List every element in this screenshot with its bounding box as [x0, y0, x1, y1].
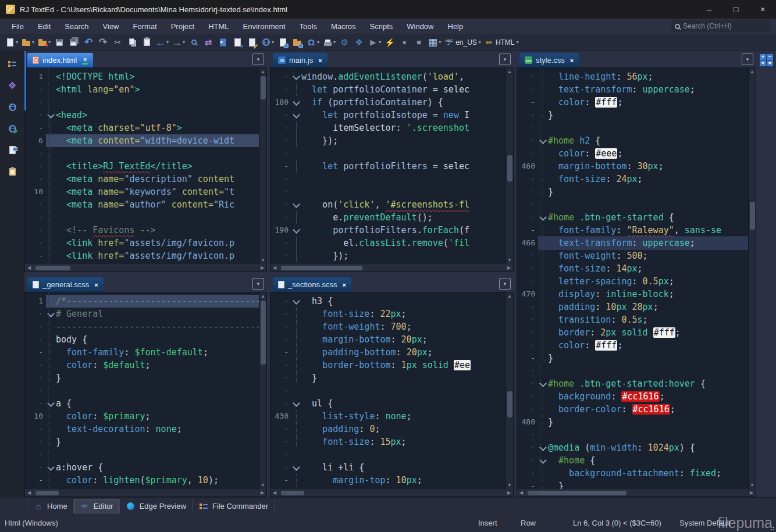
open-favorites-button[interactable]: ▾	[36, 35, 52, 49]
tab-list-dropdown[interactable]: ▼	[742, 53, 753, 65]
ftp-sync-panel[interactable]	[2, 120, 23, 137]
code-line[interactable]: · letter-spacing: 0.5px;	[517, 275, 748, 288]
code-line[interactable]: ·a {	[25, 397, 259, 410]
code-line[interactable]: ·@media (min-width: 1024px) {	[517, 441, 748, 454]
tab-list-dropdown[interactable]: ▼	[499, 53, 511, 65]
scroll-up-icon[interactable]: ▲	[749, 69, 756, 74]
tab-list-dropdown[interactable]: ▼	[499, 278, 511, 290]
code-line[interactable]: · padding: 10px 28px;	[517, 301, 748, 313]
code-editor[interactable]: · line-height: 56px;· text-transform: up…	[517, 67, 756, 489]
scroll-thumb[interactable]	[35, 491, 59, 495]
save-button[interactable]	[52, 35, 66, 49]
dropdown-caret-icon[interactable]: ▾	[517, 40, 519, 45]
horizontal-scrollbar[interactable]: ◀ ▶	[24, 489, 267, 497]
web-panel[interactable]	[2, 99, 23, 115]
browser-preview-button[interactable]: ▾	[259, 35, 275, 49]
code-line[interactable]: · border-color: #cc1616;	[517, 403, 748, 416]
code-line[interactable]: -}	[517, 352, 748, 365]
scroll-thumb[interactable]	[261, 76, 266, 99]
code-line[interactable]: ·	[270, 185, 506, 198]
undo-button[interactable]: ↶	[81, 35, 95, 49]
code-line[interactable]: · border: 2px solid #fff;	[517, 326, 748, 339]
code-line[interactable]: 470 display: inline-block;	[517, 288, 748, 301]
vertical-scrollbar[interactable]: ▲ ▼	[259, 292, 266, 489]
code-line[interactable]: ·<head>	[25, 109, 259, 122]
code-line[interactable]: 6 <meta content="width=device-widt	[25, 134, 259, 147]
code-line[interactable]: · color: #fff;	[517, 339, 748, 352]
code-line[interactable]: ·	[25, 384, 259, 397]
code-line[interactable]: ·	[270, 173, 506, 185]
fold-collapse-icon[interactable]	[291, 109, 301, 122]
code-line[interactable]: 466 text-transform: uppercase;	[517, 237, 748, 249]
code-line[interactable]: ·#home h2 {	[517, 134, 748, 147]
menu-item-search[interactable]: Search	[58, 19, 95, 34]
scroll-thumb[interactable]	[281, 266, 362, 270]
layout-grid-button[interactable]: ▦▾	[426, 35, 442, 49]
code-line[interactable]: ·	[25, 147, 259, 160]
fold-collapse-icon[interactable]	[291, 198, 301, 211]
tab-index-html[interactable]: index.html ×	[27, 53, 93, 67]
syntax-mode-button[interactable]: ✏HTML▾	[483, 35, 520, 49]
menu-item-file[interactable]: File	[5, 19, 31, 34]
menu-item-tools[interactable]: Tools	[293, 19, 324, 34]
menu-item-project[interactable]: Project	[164, 19, 201, 34]
code-line[interactable]: · font-weight: 700;	[270, 320, 506, 333]
horizontal-scrollbar[interactable]: ◀ ▶	[517, 489, 756, 497]
code-line[interactable]: · <meta name="description" content	[25, 173, 259, 185]
code-line[interactable]: 190 portfolioFilters.forEach(f	[270, 224, 506, 237]
tab-sections-scss[interactable]: _sections.scss ×	[273, 277, 351, 292]
cut-button[interactable]: ✂	[111, 35, 124, 49]
code-line[interactable]: · });	[270, 134, 506, 147]
status-syntax-mode[interactable]: Html (Windows)	[5, 519, 58, 527]
code-line[interactable]: ·	[25, 448, 259, 461]
code-line[interactable]: · transition: 0.5s;	[517, 313, 748, 326]
scroll-up-icon[interactable]: ▲	[506, 294, 513, 299]
format-document-button[interactable]	[245, 35, 259, 49]
publish-folder-button[interactable]	[290, 35, 304, 49]
tab-style-css[interactable]: style.css ×	[519, 53, 579, 67]
fold-collapse-icon[interactable]	[538, 134, 548, 147]
code-line[interactable]: · <!-- Favicons -->	[25, 224, 259, 237]
code-line[interactable]: ·}	[517, 185, 748, 198]
code-line[interactable]: ·	[517, 429, 748, 441]
code-line[interactable]: - <meta charset="utf-8">	[25, 122, 259, 134]
dropdown-caret-icon[interactable]: ▾	[166, 40, 169, 45]
code-line[interactable]: ·	[270, 147, 506, 160]
dropdown-caret-icon[interactable]: ▾	[32, 40, 34, 45]
code-line[interactable]: · <meta name="author" content="Ric	[25, 198, 259, 211]
code-line[interactable]: · });	[270, 249, 506, 262]
horizontal-scrollbar[interactable]: ◀ ▶	[270, 489, 514, 497]
code-line[interactable]: · background-attachment: fixed;	[517, 467, 748, 480]
special-characters-button[interactable]: Ω▾	[305, 35, 321, 49]
code-line[interactable]: ·	[517, 365, 748, 377]
scroll-right-icon[interactable]: ▶	[258, 490, 266, 495]
vertical-scrollbar[interactable]: ▲ ▼	[506, 68, 513, 264]
dropdown-caret-icon[interactable]: ▾	[317, 40, 319, 45]
project-panel[interactable]: ❖	[2, 77, 23, 94]
code-line[interactable]: · padding: 0;	[270, 423, 506, 435]
scroll-down-icon[interactable]: ▼	[506, 258, 513, 263]
scroll-down-icon[interactable]: ▼	[259, 258, 266, 263]
code-line[interactable]: 10 color: $primary;	[25, 410, 259, 423]
code-line[interactable]: ·<html lang="en">	[25, 83, 259, 96]
dropdown-caret-icon[interactable]: ▾	[16, 40, 18, 45]
quick-run-button[interactable]: ⚡	[383, 35, 397, 49]
vertical-scrollbar[interactable]: ▲ ▼	[748, 68, 756, 489]
code-line[interactable]: · line-height: 56px;	[517, 70, 748, 83]
dropdown-caret-icon[interactable]: ▾	[48, 40, 51, 45]
code-line[interactable]: - color: #fff;	[517, 96, 748, 109]
layout-panels-icon[interactable]: +−×=	[760, 54, 774, 67]
scroll-left-icon[interactable]: ◀	[270, 490, 279, 495]
menu-item-format[interactable]: Format	[126, 19, 164, 34]
tab-list-dropdown[interactable]: ▼	[252, 53, 264, 65]
print-button[interactable]: ▾	[321, 35, 337, 49]
fold-collapse-icon[interactable]	[46, 397, 56, 410]
fold-collapse-icon[interactable]	[291, 96, 301, 109]
code-line[interactable]: - padding-bottom: 20px;	[270, 346, 506, 359]
code-line[interactable]: · on('click', '#screenshots-fl	[270, 198, 506, 211]
fold-collapse-icon[interactable]	[291, 70, 301, 83]
code-editor[interactable]: · h3 {· font-size: 22px;· font-weight: 7…	[270, 292, 514, 489]
fold-collapse-icon[interactable]	[291, 224, 301, 237]
scroll-up-icon[interactable]: ▲	[259, 69, 266, 74]
menu-item-help[interactable]: Help	[441, 19, 471, 34]
